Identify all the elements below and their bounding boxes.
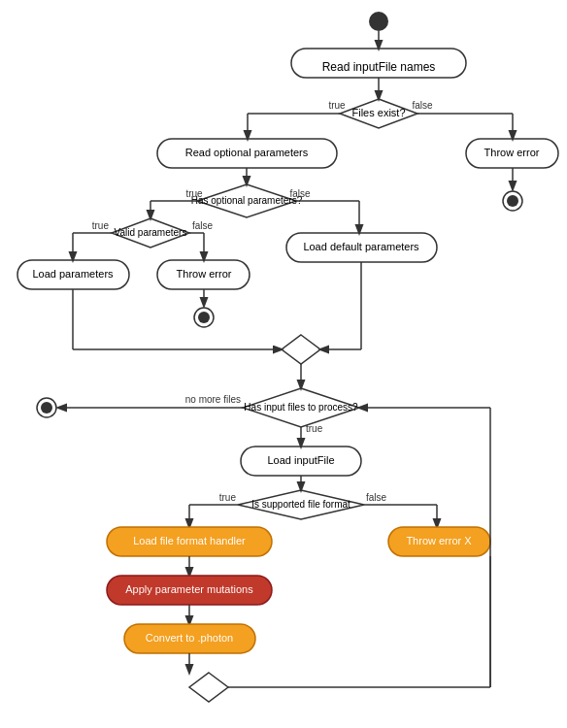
read-optional-label: Read optional parameters (185, 147, 309, 158)
load-handler-label: Load file format handler (133, 535, 246, 546)
is-supported-label: Is supported file format (251, 499, 350, 510)
load-input-file-label: Load inputFile (267, 454, 334, 466)
throw-error-1-label: Throw error (484, 147, 540, 158)
start-node (369, 12, 388, 31)
false-label-2: false (289, 188, 311, 199)
true-label-2: true (185, 188, 203, 199)
valid-params-label: Valid parameters (115, 227, 187, 238)
true-label-3: true (92, 220, 110, 231)
files-exist-label: Files exist? (351, 107, 405, 118)
read-input-label: Read inputFile names (322, 60, 436, 74)
has-input-files-label: Has input files to process? (244, 402, 358, 413)
throw-error-2-label: Throw error (177, 268, 232, 280)
apply-mutations-label: Apply parameter mutations (125, 583, 253, 595)
load-params-label: Load parameters (32, 268, 114, 280)
false-label-4: false (366, 492, 387, 503)
false-label-1: false (412, 100, 433, 111)
convert-photon-label: Convert to .photon (146, 632, 234, 644)
has-optional-label: Has optional parameters? (191, 195, 303, 206)
end-node-2-inner (507, 195, 518, 207)
end-node-3-inner (198, 312, 210, 323)
true-label-4: true (306, 423, 323, 434)
merge-diamond-2 (189, 673, 228, 702)
true-label-1: true (328, 100, 346, 111)
throw-error-x-label: Throw error X (406, 535, 472, 546)
merge-diamond (282, 335, 320, 364)
activity-diagram: Read inputFile names Files exist? true f… (0, 0, 567, 728)
false-label-3: false (192, 220, 214, 231)
load-default-label: Load default parameters (303, 241, 419, 252)
true-label-5: true (219, 492, 237, 503)
end-node-1-inner (41, 402, 52, 414)
no-more-files-label: no more files (185, 394, 241, 405)
